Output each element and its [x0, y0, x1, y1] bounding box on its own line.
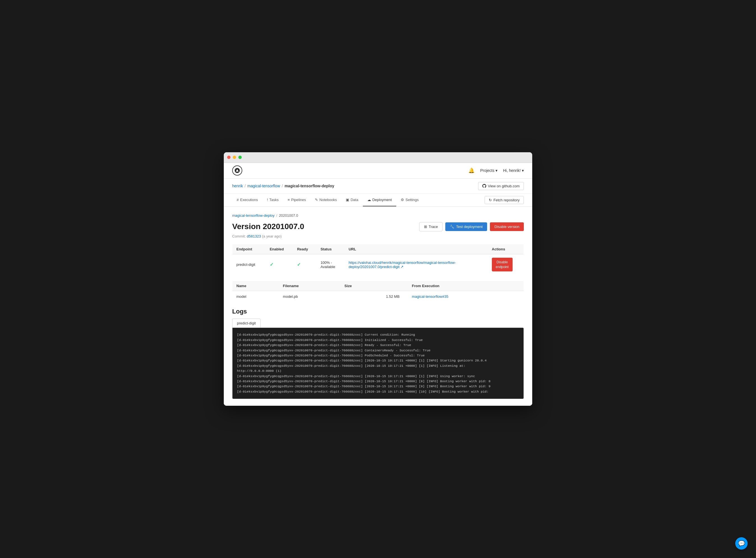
- projects-menu[interactable]: Projects ▾: [480, 168, 498, 173]
- endpoint-url: https://valohai.cloud/henrik/magical-ten…: [345, 254, 488, 275]
- file-filename: model.pb: [279, 291, 341, 302]
- log-line: [d-01eksxbv1p9ygfyg0cqgsd5yxv-202010070-…: [237, 363, 519, 374]
- breadcrumb-bar: henrik / magical-tensorflow / magical-te…: [224, 179, 532, 194]
- executions-icon: #: [237, 198, 238, 202]
- col-endpoint: Endpoint: [232, 244, 266, 254]
- version-actions: ⊞ Trace 🔧 Test deployment Disable versio…: [419, 222, 524, 231]
- logs-title: Logs: [232, 308, 524, 315]
- sub-breadcrumb: magical-tensorflow-deploy / 20201007.0: [232, 213, 524, 218]
- wrench-icon: 🔧: [450, 225, 454, 229]
- breadcrumb-project[interactable]: magical-tensorflow: [247, 184, 280, 188]
- deployment-icon: ☁: [367, 198, 371, 202]
- log-line: [d-01eksxbv1p9ygfyg0cqgsd5yxv-202010070-…: [237, 338, 519, 343]
- settings-icon: ⚙: [401, 198, 404, 202]
- log-line: [d-01eksxbv1p9ygfyg0cqgsd5yxv-202010070-…: [237, 353, 519, 358]
- tab-executions[interactable]: # Executions: [232, 194, 262, 206]
- breadcrumb-sep-1: /: [245, 184, 246, 188]
- top-nav: 🔔 Projects ▾ Hi, henrik! ▾: [224, 163, 532, 179]
- log-line: [d-01eksxbv1p9ygfyg0cqgsd5yxv-202010070-…: [237, 389, 519, 394]
- col-actions: Actions: [488, 244, 524, 254]
- col-ready: Ready: [293, 244, 316, 254]
- files-table-body: model model.pb 1.52 MB magical-tensorflo…: [232, 291, 524, 302]
- table-row: model model.pb 1.52 MB magical-tensorflo…: [232, 291, 524, 302]
- test-deployment-button[interactable]: 🔧 Test deployment: [445, 222, 487, 231]
- logs-section: Logs predict-digit [d-01eksxbv1p9ygfyg0c…: [232, 308, 524, 399]
- ready-check-icon: ✓: [297, 262, 301, 267]
- files-table: Name Filename Size From Execution model …: [232, 281, 524, 302]
- chat-support-button[interactable]: 💬: [735, 537, 748, 550]
- trace-button[interactable]: ⊞ Trace: [419, 222, 443, 231]
- data-icon: ▣: [346, 198, 349, 202]
- pipelines-icon: ≡: [288, 198, 290, 202]
- log-line: [d-01eksxbv1p9ygfyg0cqgsd5yxv-202010070-…: [237, 343, 519, 348]
- files-table-header: Name Filename Size From Execution: [232, 281, 524, 291]
- endpoints-table: Endpoint Enabled Ready Status URL Action…: [232, 244, 524, 275]
- tab-settings[interactable]: ⚙ Settings: [396, 194, 423, 206]
- log-tabs: predict-digit: [232, 319, 524, 328]
- log-line: [d-01eksxbv1p9ygfyg0cqgsd5yxv-202010070-…: [237, 384, 519, 389]
- endpoint-status: 100% -Available: [317, 254, 345, 275]
- log-line: [d-01eksxbv1p9ygfyg0cqgsd5yxv-202010070-…: [237, 348, 519, 353]
- col-enabled: Enabled: [266, 244, 293, 254]
- tab-tasks[interactable]: ! Tasks: [262, 194, 283, 206]
- tabs: # Executions ! Tasks ≡ Pipelines ✎ Noteb…: [232, 194, 423, 206]
- col-status: Status: [317, 244, 345, 254]
- endpoint-name: predict-digit: [232, 254, 266, 275]
- log-line: [d-01eksxbv1p9ygfyg0cqgsd5yxv-202010070-…: [237, 332, 519, 337]
- col-from-execution: From Execution: [408, 281, 524, 291]
- endpoint-enabled: ✓: [266, 254, 293, 275]
- app-window: 🔔 Projects ▾ Hi, henrik! ▾ henrik / magi…: [224, 152, 532, 406]
- endpoint-action: Disableendpoint: [488, 254, 524, 275]
- github-icon: [482, 184, 486, 188]
- disable-endpoint-button[interactable]: Disableendpoint: [492, 258, 512, 272]
- tab-pipelines[interactable]: ≡ Pipelines: [283, 194, 310, 206]
- execution-link[interactable]: magical-tensorflow#35: [412, 295, 448, 299]
- endpoints-table-header: Endpoint Enabled Ready Status URL Action…: [232, 244, 524, 254]
- maximize-button[interactable]: [238, 156, 242, 159]
- endpoint-url-link[interactable]: https://valohai.cloud/henrik/magical-ten…: [349, 260, 456, 269]
- tasks-icon: !: [267, 198, 268, 202]
- sub-breadcrumb-sep: /: [276, 213, 277, 218]
- top-nav-right: 🔔 Projects ▾ Hi, henrik! ▾: [468, 168, 524, 174]
- col-url: URL: [345, 244, 488, 254]
- close-button[interactable]: [227, 156, 230, 159]
- breadcrumb-sep-2: /: [282, 184, 283, 188]
- tab-data[interactable]: ▣ Data: [341, 194, 362, 206]
- log-line: [d-01eksxbv1p9ygfyg0cqgsd5yxv-202010070-…: [237, 374, 519, 379]
- notebooks-icon: ✎: [315, 198, 318, 202]
- user-menu[interactable]: Hi, henrik! ▾: [503, 168, 524, 173]
- trace-icon: ⊞: [424, 225, 427, 229]
- col-size: Size: [341, 281, 408, 291]
- minimize-button[interactable]: [233, 156, 236, 159]
- log-tab-predict-digit[interactable]: predict-digit: [232, 319, 260, 328]
- logo: [232, 166, 242, 176]
- tab-notebooks[interactable]: ✎ Notebooks: [310, 194, 341, 206]
- view-on-github-button[interactable]: View on github.com: [478, 182, 524, 190]
- table-row: predict-digit ✓ ✓ 100% -Available https:…: [232, 254, 524, 275]
- log-console: [d-01eksxbv1p9ygfyg0cqgsd5yxv-202010070-…: [232, 328, 524, 399]
- enabled-check-icon: ✓: [270, 262, 273, 267]
- version-title: Version 20201007.0: [232, 222, 304, 231]
- breadcrumb: henrik / magical-tensorflow / magical-te…: [232, 184, 334, 188]
- commit-info: Commit: d581323 (a year ago): [232, 234, 524, 238]
- notifications-icon[interactable]: 🔔: [468, 168, 475, 174]
- sub-breadcrumb-current: 20201007.0: [279, 213, 298, 218]
- commit-hash-link[interactable]: d581323: [247, 234, 261, 238]
- app-content: 🔔 Projects ▾ Hi, henrik! ▾ henrik / magi…: [224, 163, 532, 406]
- user-chevron-icon: ▾: [522, 168, 524, 173]
- endpoints-table-body: predict-digit ✓ ✓ 100% -Available https:…: [232, 254, 524, 275]
- disable-version-button[interactable]: Disable version: [490, 222, 524, 231]
- file-from-execution: magical-tensorflow#35: [408, 291, 524, 302]
- file-name: model: [232, 291, 279, 302]
- log-line: [d-01eksxbv1p9ygfyg0cqgsd5yxv-202010070-…: [237, 379, 519, 384]
- tabs-bar: # Executions ! Tasks ≡ Pipelines ✎ Noteb…: [224, 194, 532, 207]
- breadcrumb-user[interactable]: henrik: [232, 184, 243, 188]
- file-size: 1.52 MB: [341, 291, 408, 302]
- endpoint-ready: ✓: [293, 254, 316, 275]
- fetch-repository-button[interactable]: ↻ Fetch repository: [484, 196, 524, 204]
- tab-deployment[interactable]: ☁ Deployment: [363, 194, 396, 206]
- breadcrumb-current: magical-tensorflow-deploy: [285, 184, 334, 188]
- sub-breadcrumb-project[interactable]: magical-tensorflow-deploy: [232, 213, 275, 218]
- log-line: [d-01eksxbv1p9ygfyg0cqgsd5yxv-202010070-…: [237, 358, 519, 363]
- main-content: magical-tensorflow-deploy / 20201007.0 V…: [224, 207, 532, 406]
